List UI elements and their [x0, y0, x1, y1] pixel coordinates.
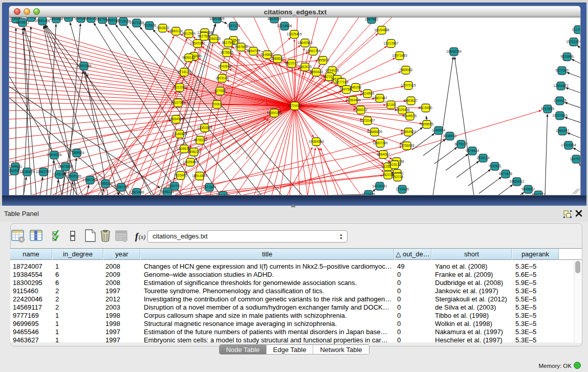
svg-text:2367608: 2367608 — [234, 45, 248, 49]
svg-text:16654985: 16654985 — [168, 117, 184, 121]
svg-text:11156829: 11156829 — [20, 170, 35, 173]
svg-text:1167534: 1167534 — [570, 157, 581, 161]
svg-text:1624554: 1624554 — [361, 92, 374, 95]
svg-text:9827508: 9827508 — [222, 41, 235, 45]
svg-text:18640910: 18640910 — [297, 41, 313, 45]
svg-text:8471676: 8471676 — [499, 172, 512, 176]
svg-text:8912954: 8912954 — [182, 32, 195, 35]
svg-text:19756928: 19756928 — [399, 144, 415, 147]
svg-text:8846120: 8846120 — [161, 190, 174, 193]
svg-text:16782759: 16782759 — [114, 185, 129, 189]
svg-text:7955812: 7955812 — [316, 58, 330, 62]
svg-text:12218506: 12218506 — [277, 24, 292, 28]
svg-text:9463627: 9463627 — [404, 99, 418, 102]
svg-text:9227349: 9227349 — [555, 69, 569, 72]
svg-text:2718126: 2718126 — [178, 70, 191, 74]
svg-text:1362615: 1362615 — [298, 65, 312, 69]
svg-text:8322037: 8322037 — [285, 61, 298, 65]
svg-text:9896162: 9896162 — [182, 56, 195, 59]
svg-text:9884067: 9884067 — [377, 152, 390, 156]
svg-text:13654923: 13654923 — [401, 130, 416, 134]
svg-text:1093714: 1093714 — [62, 17, 75, 19]
svg-text:16053809: 16053809 — [209, 17, 225, 20]
svg-text:7485063: 7485063 — [399, 68, 412, 72]
svg-text:8878334: 8878334 — [193, 138, 207, 142]
svg-text:8215955: 8215955 — [541, 107, 554, 111]
svg-text:7632621: 7632621 — [488, 164, 502, 168]
svg-text:13353594: 13353594 — [197, 126, 212, 129]
svg-text:19166829: 19166829 — [172, 132, 187, 136]
svg-text:18907249: 18907249 — [373, 141, 388, 145]
svg-text:10975867: 10975867 — [58, 165, 73, 168]
svg-text:9474444: 9474444 — [466, 149, 479, 152]
svg-text:9699695: 9699695 — [420, 122, 433, 126]
svg-text:7625402: 7625402 — [174, 173, 187, 177]
svg-text:16961758: 16961758 — [306, 49, 321, 53]
svg-text:2803144: 2803144 — [215, 76, 229, 80]
svg-text:16210643: 16210643 — [552, 114, 568, 117]
svg-text:20691406: 20691406 — [35, 19, 50, 23]
svg-text:16914479: 16914479 — [192, 174, 207, 178]
svg-text:8186328: 8186328 — [207, 37, 221, 40]
svg-text:70061: 70061 — [212, 102, 222, 106]
svg-text:19384554: 19384554 — [309, 140, 324, 143]
svg-text:8938913: 8938913 — [443, 134, 456, 138]
svg-text:7663822: 7663822 — [156, 26, 169, 30]
svg-text:6794028: 6794028 — [325, 69, 339, 72]
svg-text:16648784: 16648784 — [446, 50, 462, 53]
svg-text:1117045: 1117045 — [572, 28, 581, 31]
svg-text:9115460: 9115460 — [419, 106, 432, 110]
svg-text:16543362: 16543362 — [190, 41, 205, 45]
svg-text:9857791: 9857791 — [168, 184, 181, 188]
svg-text:1549575: 1549575 — [403, 114, 417, 118]
svg-text:10025438: 10025438 — [395, 108, 410, 112]
svg-text:1615132: 1615132 — [388, 163, 401, 166]
svg-text:10688609: 10688609 — [367, 130, 382, 134]
svg-text:20206526: 20206526 — [47, 153, 62, 157]
svg-text:10958107: 10958107 — [98, 182, 113, 185]
svg-text:3875685: 3875685 — [220, 51, 233, 54]
svg-text:7386372: 7386372 — [354, 108, 367, 112]
svg-text:7515526: 7515526 — [143, 24, 156, 27]
svg-text:12213362: 12213362 — [172, 85, 187, 89]
svg-text:746266: 746266 — [350, 85, 361, 89]
svg-text:1852866: 1852866 — [50, 17, 63, 20]
svg-text:12975115: 12975115 — [401, 83, 416, 87]
svg-text:252214: 252214 — [392, 175, 403, 179]
svg-text:62160: 62160 — [386, 103, 396, 106]
svg-text:9777169: 9777169 — [335, 80, 349, 84]
svg-text:1498222: 1498222 — [187, 150, 201, 154]
svg-text:1588520: 1588520 — [271, 57, 284, 60]
svg-text:8813054: 8813054 — [268, 17, 281, 20]
svg-text:10807487: 10807487 — [372, 96, 387, 100]
svg-text:13325419: 13325419 — [287, 32, 302, 36]
svg-text:20364436: 20364436 — [345, 98, 361, 102]
svg-text:7357224: 7357224 — [227, 24, 240, 28]
svg-text:12505135: 12505135 — [66, 174, 81, 178]
svg-text:15751074: 15751074 — [566, 40, 581, 43]
svg-text:1733426: 1733426 — [396, 187, 409, 191]
svg-text:1244415: 1244415 — [553, 99, 567, 102]
svg-text:18724007: 18724007 — [287, 104, 302, 107]
svg-text:2935114: 2935114 — [476, 156, 490, 160]
svg-text:17016504: 17016504 — [561, 143, 576, 147]
svg-text:1571644: 1571644 — [203, 185, 216, 189]
svg-text:9245652: 9245652 — [521, 187, 535, 191]
svg-text:8960124: 8960124 — [169, 29, 183, 33]
svg-text:1145193: 1145193 — [53, 172, 66, 176]
svg-text:20053346: 20053346 — [76, 64, 92, 68]
svg-text:10671355: 10671355 — [129, 21, 144, 25]
svg-text:8454749: 8454749 — [247, 49, 260, 53]
svg-text:9329966: 9329966 — [560, 55, 574, 58]
svg-text:17359924: 17359924 — [69, 151, 84, 155]
svg-text:8990448: 8990448 — [310, 70, 323, 74]
svg-text:10973493: 10973493 — [392, 54, 407, 57]
svg-text:15720407: 15720407 — [360, 119, 375, 122]
svg-text:14136141: 14136141 — [372, 184, 387, 188]
svg-text:6879197: 6879197 — [454, 142, 468, 146]
svg-text:10107554: 10107554 — [170, 101, 186, 104]
svg-text:1405571: 1405571 — [16, 20, 29, 24]
svg-text:2087682: 2087682 — [365, 17, 378, 21]
svg-text:(x): (x) — [139, 233, 145, 240]
svg-text:9242848: 9242848 — [218, 64, 231, 68]
